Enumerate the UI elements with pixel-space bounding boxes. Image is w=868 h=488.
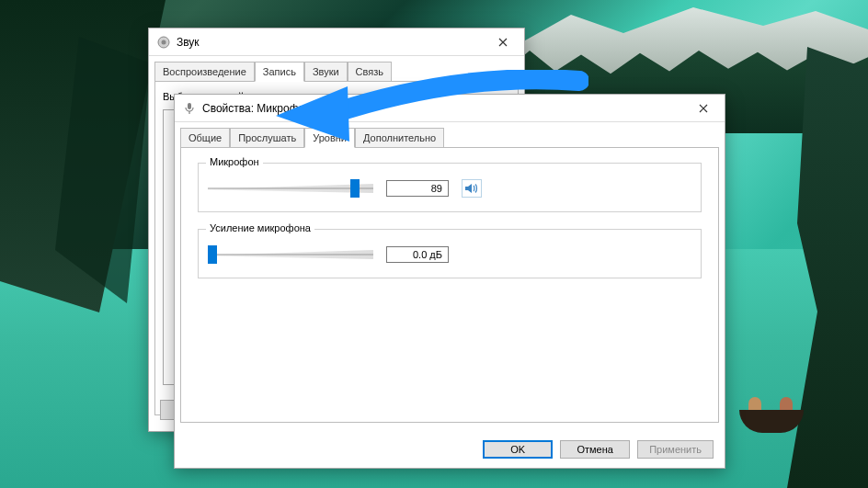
microphone-icon xyxy=(182,101,197,116)
tab-general[interactable]: Общие xyxy=(180,128,230,147)
microphone-level-slider[interactable] xyxy=(208,178,373,199)
sound-title: Звук xyxy=(177,36,200,49)
props-tabs: Общие Прослушать Уровни Дополнительно xyxy=(180,128,719,147)
ok-button[interactable]: OK xyxy=(483,440,553,459)
microphone-boost-slider[interactable] xyxy=(208,244,373,265)
mic-properties-window: Свойства: Микрофон Общие Прослушать Уров… xyxy=(174,94,725,469)
sound-icon xyxy=(156,35,171,50)
props-title: Свойства: Микрофон xyxy=(202,102,311,115)
sound-close-button[interactable] xyxy=(487,32,519,52)
microphone-level-group: Микрофон 89 xyxy=(198,163,702,212)
props-button-row: OK Отмена Применить xyxy=(483,440,714,459)
svg-point-1 xyxy=(162,40,166,44)
svg-rect-2 xyxy=(188,103,191,109)
props-close-button[interactable] xyxy=(688,98,719,119)
microphone-boost-group: Усиление микрофона 0.0 дБ xyxy=(198,229,702,278)
microphone-boost-value[interactable]: 0.0 дБ xyxy=(386,246,449,263)
tab-levels[interactable]: Уровни xyxy=(304,128,355,148)
microphone-level-value[interactable]: 89 xyxy=(386,180,449,197)
cancel-button[interactable]: Отмена xyxy=(560,440,630,459)
tab-playback[interactable]: Воспроизведение xyxy=(154,62,255,81)
svg-rect-3 xyxy=(188,111,189,114)
tab-listen[interactable]: Прослушать xyxy=(230,128,304,147)
microphone-boost-label: Усиление микрофона xyxy=(206,222,314,233)
apply-button[interactable]: Применить xyxy=(637,440,714,459)
microphone-mute-button[interactable] xyxy=(462,179,482,198)
tab-advanced[interactable]: Дополнительно xyxy=(355,128,444,147)
microphone-level-label: Микрофон xyxy=(206,156,263,167)
tab-communications[interactable]: Связь xyxy=(348,62,392,81)
sound-titlebar[interactable]: Звук xyxy=(149,28,524,56)
sound-tabs: Воспроизведение Запись Звуки Связь xyxy=(154,62,519,81)
tab-sounds[interactable]: Звуки xyxy=(304,62,348,81)
levels-tab-content: Микрофон 89 Усиление микрофона xyxy=(180,147,719,423)
props-titlebar[interactable]: Свойства: Микрофон xyxy=(175,95,725,122)
tab-recording[interactable]: Запись xyxy=(255,62,304,82)
